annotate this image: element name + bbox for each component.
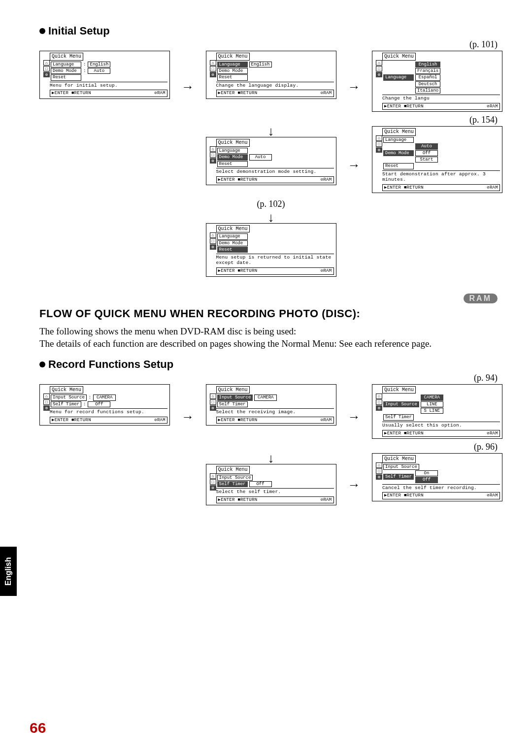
menu-option[interactable]: Español — [415, 74, 440, 80]
menu-option[interactable]: LINE — [421, 401, 443, 407]
rec-icon: □ — [210, 479, 216, 485]
ram-hint: ⊘RAM — [487, 431, 498, 436]
separator: : — [83, 402, 86, 407]
menu-title: Quick Menu — [382, 53, 416, 61]
arrow-down-icon: ↓ — [268, 453, 274, 463]
menu-option[interactable]: S LINE — [421, 408, 443, 414]
menu-item-label[interactable]: Self Timer — [217, 481, 248, 487]
quick-menu-screenshot: ⌂ □ ⚙ Quick Menu Language Demo Mode Auto… — [372, 126, 502, 193]
menu-item-label[interactable]: Reset — [217, 247, 248, 253]
menu-option[interactable]: English — [415, 62, 440, 67]
menu-item-label[interactable]: Reset — [51, 74, 81, 80]
menu-item-label[interactable]: Language — [217, 233, 248, 239]
menu-icon-column: ⌂ □ ⚙ — [376, 60, 382, 77]
quick-menu-screenshot: ⌂ □ ⚙ Quick Menu Input Source CAMERALINE… — [372, 384, 502, 439]
menu-option[interactable]: CAMERA — [421, 394, 443, 400]
menu-option[interactable]: Français — [415, 68, 440, 74]
menu-footer: ▶ENTER ■RETURN ⊘RAM — [382, 430, 500, 437]
menu-row: Input Source — [383, 464, 500, 470]
menu-option[interactable]: Start — [415, 157, 438, 163]
ram-hint: ⊘RAM — [487, 493, 498, 498]
menu-description: Select demonstration mode setting. — [216, 168, 334, 175]
menu-row: Language — [217, 233, 334, 239]
menu-option[interactable]: Off — [415, 477, 438, 483]
menu-items: Language English Demo Mode Reset — [217, 62, 334, 81]
menu-item-label[interactable]: Input Source — [383, 464, 419, 470]
menu-row: Demo Mode — [217, 240, 334, 246]
menu-item-label[interactable]: Input Source — [383, 401, 419, 407]
menu-item-label[interactable]: Language — [51, 62, 81, 67]
settings-icon: ⚙ — [43, 405, 50, 411]
enter-hint: ▶ENTER ■RETURN — [52, 91, 91, 96]
menu-item-label[interactable]: Demo Mode — [383, 150, 414, 156]
bullet-icon — [39, 362, 45, 367]
menu-row: Language English — [217, 62, 334, 67]
menu-item-label[interactable]: Demo Mode — [217, 240, 248, 246]
rec-icon: □ — [210, 399, 216, 405]
quick-menu-screenshot: ⌂ □ ⚙ Quick Menu Input Source Self Timer… — [372, 453, 502, 501]
camera-icon: ⌂ — [376, 135, 382, 141]
menu-cell: ⌂ □ ⚙ Quick Menu Input Source Self Timer… — [206, 464, 336, 505]
camera-icon: ⌂ — [210, 60, 216, 66]
arrow-down-icon: ↓ — [268, 126, 274, 136]
menu-option[interactable]: Deutsch — [415, 81, 440, 87]
menu-item-label[interactable]: Reset — [217, 161, 248, 167]
menu-item-label[interactable]: Self Timer — [51, 401, 81, 407]
menu-items: Input Source CAMERALINES LINE Self Timer — [383, 394, 500, 420]
menu-item-label[interactable]: Reset — [217, 74, 248, 80]
menu-row: Demo Mode AutoOffStart — [383, 143, 500, 163]
menu-item-label[interactable]: Input Source — [217, 394, 253, 400]
menu-item-label[interactable]: Demo Mode — [51, 68, 81, 74]
menu-item-label[interactable]: Self Timer — [217, 401, 248, 407]
menu-item-label[interactable]: Language — [383, 74, 414, 80]
bullet-icon — [39, 28, 45, 34]
menu-option[interactable]: Italiano — [415, 88, 440, 94]
enter-hint: ▶ENTER ■RETURN — [52, 418, 91, 423]
menu-item-label[interactable]: Self Timer — [383, 414, 414, 420]
menu-cell: ⌂ □ ⚙ Quick Menu Input Source : CAMERA S… — [39, 384, 170, 426]
menu-item-label[interactable]: Input Source — [51, 394, 87, 400]
menu-item-label[interactable]: Reset — [383, 163, 414, 169]
menu-row: Self Timer — [217, 401, 334, 407]
menu-option[interactable]: Auto — [415, 143, 438, 149]
rec-icon: □ — [376, 66, 382, 71]
arrow-right-icon: → — [343, 409, 365, 425]
menu-items: Input Source Self Timer Off — [217, 475, 334, 488]
menu-description: Change the language display. — [216, 82, 334, 89]
menu-footer: ▶ENTER ■RETURN ⊘RAM — [216, 267, 334, 274]
menu-item-label[interactable]: Self Timer — [383, 474, 414, 480]
menu-item-label[interactable]: Language — [383, 137, 414, 143]
menu-cell: ⌂ □ ⚙ Quick Menu Language Demo Mode Auto… — [206, 137, 336, 185]
menu-option[interactable]: Off — [415, 150, 438, 156]
rec-icon: □ — [210, 66, 216, 71]
menu-description: Menu for initial setup. — [50, 82, 167, 89]
menu-description: Start demonstration after approx. 3 minu… — [382, 170, 500, 183]
menu-items: Language Demo Mode Reset — [217, 233, 334, 253]
menu-item-label[interactable]: Language — [217, 148, 248, 154]
menu-item-label[interactable]: Language — [217, 62, 248, 67]
ram-hint: ⊘RAM — [487, 185, 498, 190]
flow-row: ↓ ⌂ □ ⚙ Quick Menu Language Demo Mode Au… — [39, 126, 502, 193]
menu-item-label[interactable]: Demo Mode — [217, 154, 248, 160]
ram-hint: ⊘RAM — [321, 418, 332, 423]
arrow-right-icon: → — [177, 79, 199, 95]
menu-row: Input Source — [217, 475, 334, 481]
menu-icon-column: ⌂ □ ⚙ — [43, 60, 50, 77]
quick-menu-screenshot: ⌂ □ ⚙ Quick Menu Language : English Demo… — [39, 51, 170, 99]
menu-description: Usually select this option. — [382, 422, 500, 428]
menu-option[interactable]: On — [415, 470, 438, 476]
enter-hint: ▶ENTER ■RETURN — [218, 497, 258, 502]
settings-icon: ⚙ — [210, 405, 216, 411]
camera-icon: ⌂ — [43, 60, 50, 66]
ram-badge: RAM — [464, 294, 498, 303]
quick-menu-screenshot: ⌂ □ ⚙ Quick Menu Input Source : CAMERA S… — [39, 384, 170, 426]
menu-icon-column: ⌂ □ ⚙ — [376, 394, 382, 411]
quick-menu-screenshot: ⌂ □ ⚙ Quick Menu Language Demo Mode Auto… — [206, 137, 336, 185]
rec-icon: □ — [43, 399, 50, 405]
page-ref-102: (p. 102) — [257, 199, 285, 209]
settings-icon: ⚙ — [376, 405, 382, 411]
menu-row: Reset — [217, 247, 334, 253]
menu-items: Language EnglishFrançaisEspañolDeutschIt… — [383, 62, 500, 94]
menu-item-label[interactable]: Demo Mode — [217, 68, 248, 74]
menu-item-label[interactable]: Input Source — [217, 475, 253, 481]
